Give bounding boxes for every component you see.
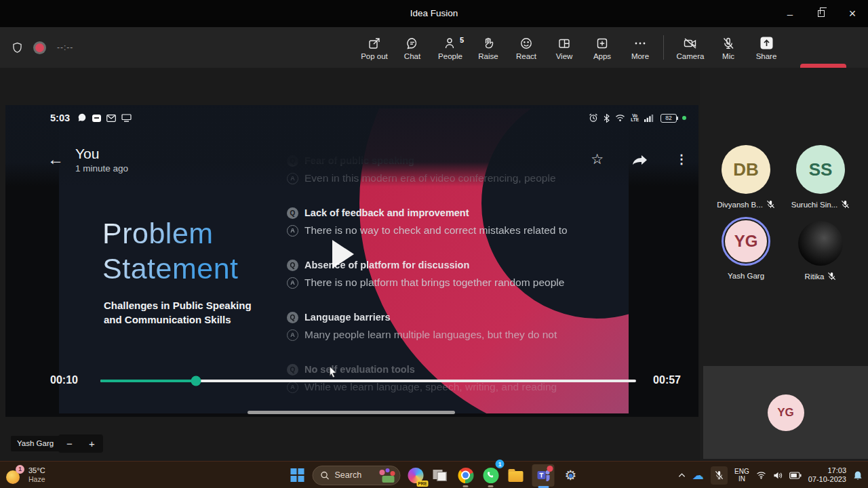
popout-icon — [368, 35, 381, 50]
tray-volume-icon[interactable] — [773, 471, 783, 480]
tray-chevron-up[interactable] — [678, 472, 686, 478]
popout-button[interactable]: Pop out — [355, 27, 393, 68]
copilot-app-button[interactable]: PRE — [406, 462, 426, 488]
total-duration: 00:57 — [653, 374, 681, 386]
system-tray: ☁ ENG IN — [678, 462, 863, 488]
start-button[interactable] — [288, 462, 308, 488]
media-owner-block: You 1 minute ago — [75, 146, 128, 174]
share-button[interactable]: Share — [747, 27, 785, 68]
chat-button[interactable]: Chat — [393, 27, 431, 68]
zoom-out-button[interactable]: − — [61, 438, 79, 449]
stage-zoom-controls: − + — [58, 434, 103, 453]
weather-alert-badge: 1 — [16, 465, 24, 474]
avatar-photo — [798, 221, 843, 266]
participant-tile[interactable]: Ritika — [783, 221, 859, 281]
file-explorer-button[interactable] — [506, 462, 526, 488]
elapsed-time: 00:10 — [50, 374, 78, 386]
bullet-pair: Q Lack of feedback and improvement A The… — [287, 204, 619, 239]
people-count-badge: 5 — [460, 36, 464, 44]
toolbar-center-items: Pop out Chat 5 People — [355, 27, 659, 68]
view-button[interactable]: View — [545, 27, 583, 68]
running-indicator — [463, 485, 469, 487]
play-icon — [330, 239, 356, 270]
tray-mic-muted[interactable] — [711, 466, 728, 485]
wifi-icon — [615, 114, 625, 122]
settings-app-button[interactable]: ⚙ — [561, 462, 581, 488]
more-button[interactable]: More — [621, 27, 659, 68]
participant-label: Yash Garg — [728, 272, 764, 280]
participant-tile[interactable]: SS Suruchi Sin... — [783, 145, 859, 209]
cast-display-icon — [121, 114, 132, 122]
progress-slider[interactable] — [100, 380, 636, 382]
weather-sun-icon: 1 — [5, 466, 24, 485]
a-badge-icon: A — [287, 225, 298, 237]
chat-icon — [406, 35, 419, 50]
weather-widget[interactable]: 1 35°C Haze — [5, 462, 45, 488]
task-view-icon — [433, 468, 448, 483]
gmail-icon — [106, 115, 116, 122]
close-icon: × — [849, 7, 856, 21]
a-badge-icon: A — [287, 173, 298, 184]
close-button[interactable]: × — [837, 0, 868, 27]
participant-tile[interactable]: DB Divyansh B... — [708, 145, 784, 209]
toolbar-divider — [663, 35, 664, 60]
slide-subtitle: Challenges in Public Speaking and Commun… — [104, 298, 252, 327]
kebab-menu-button[interactable]: ⋮ — [675, 152, 688, 167]
task-view-button[interactable] — [431, 462, 451, 488]
screen-record-icon — [92, 115, 101, 122]
mic-muted-icon — [715, 470, 724, 480]
tray-datetime[interactable]: 17:03 07-10-2023 — [808, 466, 846, 484]
teams-meeting-window: Idea Fusion – × --:-- — [0, 0, 868, 488]
zoom-in-button[interactable]: + — [83, 438, 101, 449]
mic-toggle-button[interactable]: Mic — [709, 27, 747, 68]
camera-toggle-button[interactable]: Camera — [671, 27, 709, 68]
raise-hand-button[interactable]: Raise — [469, 27, 507, 68]
bullet-question: Q Lack of feedback and improvement — [287, 204, 619, 222]
share-arrow-button[interactable] — [631, 154, 648, 165]
window-title: Idea Fusion — [0, 0, 868, 27]
tray-wifi-icon[interactable] — [756, 471, 766, 479]
phone-clock: 5:03 — [50, 113, 70, 123]
minimize-button[interactable]: – — [774, 0, 806, 27]
raise-hand-icon — [481, 35, 495, 50]
status-system-icons: Vo LTE 82 — [589, 113, 686, 123]
tray-battery-icon[interactable] — [789, 472, 802, 479]
meeting-status-group: --:-- — [11, 27, 73, 68]
meeting-toolbar: --:-- Pop out Chat — [0, 27, 868, 68]
meeting-timer: --:-- — [57, 43, 73, 52]
chrome-app-button[interactable] — [456, 462, 476, 488]
apps-button[interactable]: Apps — [583, 27, 621, 68]
whatsapp-app-button[interactable]: 1 — [481, 462, 501, 488]
people-button[interactable]: 5 People — [431, 27, 469, 68]
scroll-handle-bar[interactable] — [248, 411, 455, 414]
windows-taskbar: 1 35°C Haze Search — [0, 461, 868, 488]
onedrive-icon[interactable]: ☁ — [692, 470, 704, 481]
speaking-ring: YG — [722, 217, 770, 266]
more-ellipsis-icon — [633, 35, 647, 50]
participant-tile-speaking[interactable]: YG Yash Garg — [708, 217, 784, 280]
copilot-pre-badge: PRE — [416, 481, 428, 487]
react-button[interactable]: React — [507, 27, 545, 68]
presenter-name-pill: Yash Garg — [11, 436, 60, 451]
taskbar-search[interactable]: Search — [313, 466, 401, 485]
progress-thumb[interactable] — [191, 376, 201, 386]
participant-label: Suruchi Sin... — [791, 200, 850, 209]
teams-app-button[interactable] — [531, 462, 556, 488]
back-button[interactable]: ← — [47, 151, 64, 167]
favorite-star-button[interactable]: ☆ — [591, 151, 604, 167]
photos-header-actions: ☆ ⋮ — [591, 151, 688, 167]
notification-bell-icon[interactable] — [853, 470, 863, 481]
language-indicator[interactable]: ENG IN — [734, 468, 749, 483]
alarm-icon — [589, 113, 598, 123]
windows-logo-icon — [291, 468, 304, 482]
recording-indicator-icon — [35, 43, 44, 52]
q-badge-icon: Q — [287, 312, 298, 323]
avatar: YG — [725, 220, 767, 262]
restore-button[interactable] — [806, 0, 837, 27]
mic-muted-icon — [827, 272, 836, 281]
play-button[interactable] — [330, 239, 356, 270]
self-view-tile[interactable]: YG — [703, 366, 868, 459]
media-timestamp: 1 minute ago — [75, 163, 128, 174]
share-stage: Problem Statement Challenges in Public S… — [0, 68, 700, 461]
search-highlight-image — [378, 468, 397, 483]
